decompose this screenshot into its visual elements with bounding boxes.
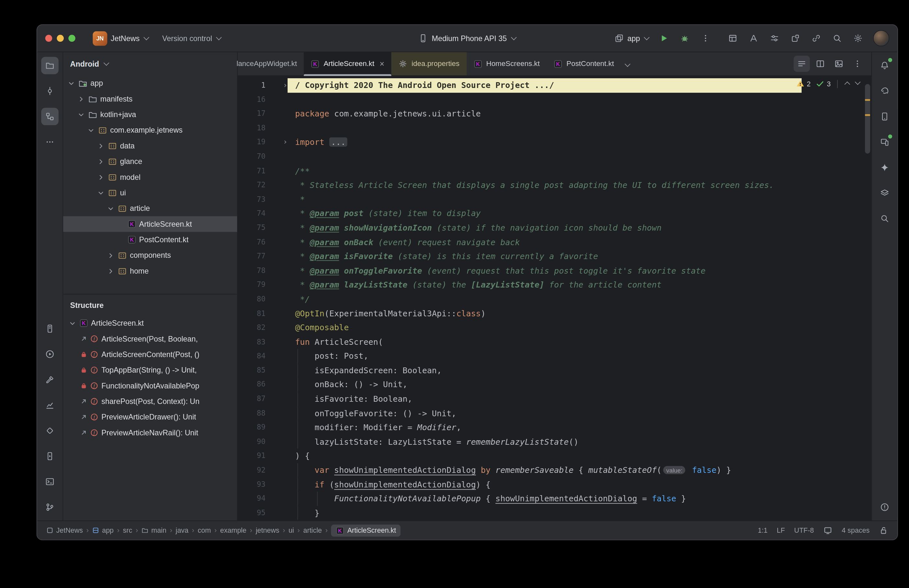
app-insights-button[interactable] [41,422,58,439]
chevron-down-icon[interactable] [77,111,86,118]
code-line[interactable]: 87 isFavorite: Boolean, [238,392,872,406]
structure-tree-item[interactable]: fsharePost(Post, Context): Un [63,394,237,409]
chevron-down-icon[interactable] [106,205,115,212]
breadcrumb-item[interactable]: KArticleScreen.kt [331,524,401,536]
chevron-right-icon[interactable] [106,268,115,275]
code-line[interactable]: 16 [238,92,872,107]
project-tree-item[interactable]: app [63,75,237,91]
editor-status-widget[interactable] [823,526,833,535]
editor-tab[interactable]: KArticleScreen.kt× [304,52,391,75]
terminal-button[interactable] [41,473,58,490]
search-button[interactable] [830,31,844,46]
chevron-down-icon[interactable] [67,79,75,87]
gradle-button[interactable] [876,82,893,100]
editor-scrollbar-thumb[interactable] [865,84,870,153]
preview-button[interactable] [831,56,847,72]
line-separator-widget[interactable]: LF [777,526,785,534]
code-line[interactable]: 84 post: Post, [238,349,872,363]
code-line[interactable]: 83fun ArticleScreen( [238,335,872,349]
code-line[interactable]: 71/** [238,164,872,178]
breadcrumb-item[interactable]: app [92,526,113,534]
code-line[interactable]: 89 modifier: Modifier = Modifier, [238,420,872,435]
project-tree-item[interactable]: com.example.jetnews [63,122,237,138]
code-line[interactable]: 82@Composable [238,320,872,335]
device-explorer-button[interactable] [41,320,58,338]
display-settings-button[interactable] [767,31,782,46]
build-button[interactable] [41,371,58,388]
breadcrumb-item[interactable]: main [141,526,166,534]
breadcrumb-item[interactable]: jetnews [256,526,279,534]
warning-stripe-mark[interactable] [865,99,870,100]
next-issue-chevron-icon[interactable] [855,79,861,85]
run-configuration-selector[interactable]: app [615,34,649,43]
project-tree-item[interactable]: data [63,138,237,153]
warning-stripe-mark[interactable] [865,114,870,116]
editor-tab[interactable]: idea.properties [391,52,467,75]
tab-list-button[interactable] [794,56,810,72]
run-window-button[interactable] [41,346,58,363]
layout-inspector-button[interactable] [725,31,741,46]
device-selector[interactable]: Medium Phone API 35 [418,34,516,43]
fold-marker-icon[interactable]: › [268,78,295,92]
code-line[interactable]: 88 onToggleFavorite: () -> Unit, [238,406,872,420]
structure-tree-item[interactable]: KArticleScreen.kt [63,315,237,331]
breadcrumb-item[interactable]: JetNews [46,526,83,534]
project-tree-item[interactable]: home [63,263,237,279]
profiler-button[interactable] [41,397,58,414]
file-writable-widget[interactable] [879,526,888,535]
code-line[interactable]: 94 FunctionalityNotAvailablePopup { show… [238,492,872,506]
code-line[interactable]: 18 [238,121,872,135]
code-line[interactable]: 74 * @param post (state) item to display [238,207,872,221]
problems-button[interactable] [876,498,893,516]
chevron-down-icon[interactable] [96,189,105,196]
settings-button[interactable] [851,31,865,46]
code-line[interactable]: 76 * @param onBack (event) request navig… [238,235,872,249]
code-assist-button[interactable] [746,31,761,46]
avatar[interactable] [873,30,889,46]
structure-tree-item[interactable]: fArticleScreenContent(Post, () [63,347,237,362]
code-line[interactable]: 85 isExpandedScreen: Boolean, [238,363,872,378]
fold-marker-icon[interactable]: › [268,135,295,149]
running-devices-button[interactable] [876,133,893,151]
previous-issue-chevron-icon[interactable] [844,81,850,87]
close-tab-icon[interactable]: × [379,60,384,68]
gemini-button[interactable] [876,159,893,176]
code-line[interactable]: 92 var showUnimplementedActionDialog by … [238,463,872,477]
chevron-right-icon[interactable] [77,95,86,103]
more-vertical-button[interactable] [698,31,713,46]
code-line[interactable]: 19›import ... [238,135,872,149]
structure-tree-item[interactable]: fTopAppBar(String, () -> Unit, [63,362,237,378]
chevron-right-icon[interactable] [96,174,105,181]
project-tree-item[interactable]: kotlin+java [63,107,237,122]
device-manager-button[interactable] [876,108,893,125]
link-button[interactable] [809,31,824,46]
vcs-widget[interactable]: Version control [162,34,221,43]
caret-position-widget[interactable]: 1:1 [758,526,768,534]
code-line[interactable]: 93 if (showUnimplementedActionDialog) { [238,477,872,492]
project-button[interactable] [41,57,58,74]
structure-tree-item[interactable]: fPreviewArticleDrawer(): Unit [63,409,237,425]
editor-tab[interactable]: lanceAppWidget.kt [230,52,304,75]
minimize-window-button[interactable] [57,35,64,42]
notifications-button[interactable] [876,57,893,74]
file-encoding-widget[interactable]: UTF-8 [794,526,814,534]
editor-tab[interactable]: KPostContent.kt [547,52,621,75]
project-tree-item[interactable]: components [63,247,237,263]
code-line[interactable]: 80 */ [238,292,872,306]
project-tree-item[interactable]: KArticleScreen.kt [63,216,237,232]
project-tree-item[interactable]: KPostContent.kt [63,232,237,247]
structure-tree-item[interactable]: fArticleScreen(Post, Boolean, [63,331,237,346]
breadcrumb-item[interactable]: com [198,526,211,534]
chevron-right-icon[interactable] [96,142,105,149]
code-line[interactable]: 17package com.example.jetnews.ui.article [238,107,872,121]
breadcrumb-item[interactable]: article [304,526,322,534]
build-variants-button[interactable] [876,184,893,202]
breadcrumb-item[interactable]: ui [289,526,294,534]
project-tree-item[interactable]: article [63,200,237,216]
chevron-right-icon[interactable] [106,252,115,259]
code-editor[interactable]: 1›/ Copyright 2020 The Android Open Sour… [238,76,872,521]
more-vertical-button[interactable] [849,56,865,72]
code-line[interactable]: 77 * @param isFavorite (state) is this i… [238,249,872,263]
indent-style-widget[interactable]: 4 spaces [842,526,870,534]
code-line[interactable]: 95 } [238,506,872,520]
